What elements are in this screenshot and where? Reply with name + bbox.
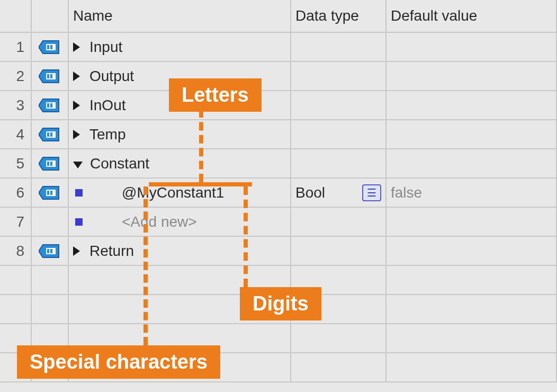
svg-rect-14: [50, 162, 52, 166]
tag-icon-cell: [32, 33, 69, 61]
annotation-special: Special characters: [17, 345, 220, 379]
name-cell[interactable]: Temp: [69, 120, 291, 148]
tag-icon: [39, 69, 61, 84]
item-bullet-icon: [75, 189, 83, 197]
tag-icon: [39, 156, 61, 171]
datatype-value: Bool: [295, 184, 325, 201]
datatype-cell: [291, 149, 387, 177]
expand-right-icon[interactable]: [73, 126, 89, 143]
datatype-cell: [291, 33, 387, 61]
header-default[interactable]: Default value: [387, 0, 557, 32]
svg-rect-7: [47, 103, 49, 108]
table-row[interactable]: 5 Constant: [0, 149, 557, 179]
special-connector: [143, 186, 148, 345]
datatype-cell[interactable]: Bool ☰: [291, 179, 387, 207]
default-cell[interactable]: false: [387, 179, 557, 207]
expand-down-icon[interactable]: [73, 155, 90, 172]
svg-rect-11: [50, 132, 52, 137]
tag-icon-cell: [32, 62, 69, 90]
table-row[interactable]: 3 InOut: [0, 91, 557, 120]
tag-icon: [39, 127, 61, 142]
category-name: Input: [89, 39, 122, 56]
category-name: Return: [89, 243, 134, 260]
tag-icon-cell: [32, 237, 69, 265]
expand-right-icon[interactable]: [73, 68, 89, 85]
constant-name: @MyConstant1: [96, 184, 224, 201]
row-number: 2: [0, 62, 32, 90]
tag-icon-cell: [32, 91, 69, 119]
datatype-cell: [291, 91, 387, 119]
row-number: 8: [0, 237, 32, 265]
svg-rect-19: [47, 249, 49, 253]
default-value: false: [391, 184, 422, 201]
tag-icon: [39, 185, 61, 200]
expand-right-icon[interactable]: [73, 243, 89, 260]
table-row[interactable]: 6 @MyConstant1 Bool ☰ false: [0, 179, 557, 208]
table-row[interactable]: 1 Input: [0, 33, 557, 62]
expand-right-icon[interactable]: [73, 39, 89, 56]
category-name: Output: [89, 68, 134, 85]
name-cell[interactable]: <Add new>: [69, 208, 291, 236]
table-row[interactable]: 4 Temp: [0, 120, 557, 149]
name-cell[interactable]: Input: [69, 33, 291, 61]
tag-icon: [39, 244, 61, 259]
default-cell: [387, 91, 557, 119]
table-row[interactable]: 7 <Add new>: [0, 208, 557, 237]
tag-icon-cell: [32, 149, 69, 177]
svg-rect-10: [47, 132, 49, 137]
svg-rect-8: [50, 103, 52, 108]
expand-right-icon[interactable]: [73, 97, 89, 114]
svg-rect-16: [47, 191, 49, 195]
row-number: 3: [0, 91, 32, 119]
table-row[interactable]: 8 Return: [0, 237, 557, 266]
datatype-cell: [291, 237, 387, 265]
letters-connector-h: [149, 182, 252, 186]
item-bullet-icon: [75, 218, 83, 226]
category-name: Constant: [90, 155, 149, 172]
datatype-cell: [291, 208, 387, 236]
variable-table: Name Data type Default value 1 Input 2 O…: [0, 0, 557, 382]
table-row[interactable]: 2 Output: [0, 62, 557, 91]
svg-rect-5: [50, 74, 52, 78]
datatype-cell: [291, 120, 387, 148]
tag-icon: [39, 98, 61, 113]
svg-rect-20: [50, 249, 52, 253]
default-cell: [387, 237, 557, 265]
name-cell[interactable]: Return: [69, 237, 291, 265]
svg-rect-13: [47, 162, 49, 166]
svg-rect-1: [47, 45, 49, 49]
default-cell: [387, 208, 557, 236]
datatype-picker-icon[interactable]: ☰: [362, 184, 381, 201]
letters-connector: [199, 109, 203, 182]
header-iconcol: [32, 0, 69, 32]
header-name[interactable]: Name: [69, 0, 291, 32]
row-number: 4: [0, 120, 32, 148]
table-header-row: Name Data type Default value: [0, 0, 557, 33]
svg-rect-4: [47, 74, 49, 78]
tag-icon-cell: [32, 120, 69, 148]
default-cell: [387, 62, 557, 90]
default-cell: [387, 33, 557, 61]
annotation-digits: Digits: [240, 287, 321, 320]
header-datatype[interactable]: Data type: [291, 0, 387, 32]
tag-icon-cell: [32, 179, 69, 207]
default-cell: [387, 149, 557, 177]
category-name: InOut: [89, 97, 125, 114]
svg-rect-2: [50, 45, 52, 49]
svg-rect-17: [50, 191, 52, 195]
name-cell[interactable]: Constant: [69, 149, 291, 177]
header-rownum: [0, 0, 32, 32]
tag-icon: [39, 40, 61, 55]
row-number: 7: [0, 208, 32, 236]
datatype-cell: [291, 62, 387, 90]
category-name: Temp: [89, 126, 125, 143]
default-cell: [387, 120, 557, 148]
tag-icon-cell: [32, 208, 69, 236]
row-number: 1: [0, 33, 32, 61]
row-number: 5: [0, 149, 32, 177]
annotation-letters: Letters: [169, 78, 262, 112]
row-number: 6: [0, 179, 32, 207]
digits-connector: [244, 186, 248, 287]
